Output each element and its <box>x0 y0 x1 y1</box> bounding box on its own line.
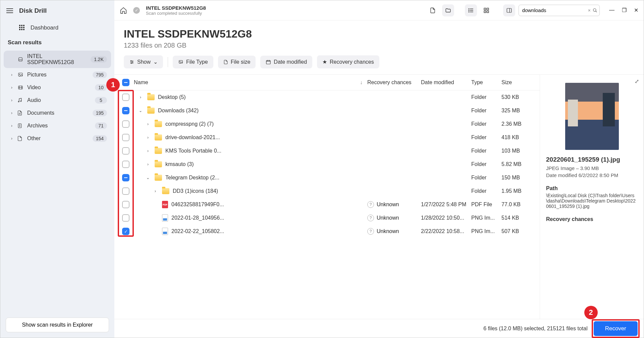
search-box[interactable]: × <box>519 5 600 16</box>
sidebar-item-label: Video <box>27 84 92 91</box>
category-icon <box>17 135 24 142</box>
page-title: INTEL SSDPEKNW512G8 <box>124 28 634 40</box>
row-checkbox[interactable] <box>122 94 129 101</box>
file-row[interactable]: › compresspng (2) (7) Folder 2.36 MB <box>114 117 540 131</box>
file-row[interactable]: 2022-01-28_104956... ?Unknown 1/28/2022 … <box>114 211 540 225</box>
svg-rect-22 <box>484 11 486 12</box>
file-icon[interactable] <box>427 4 439 16</box>
maximize-icon[interactable]: ❐ <box>622 7 627 13</box>
file-size-filter[interactable]: File size <box>218 56 256 68</box>
expand-icon[interactable]: ⌄ <box>137 108 144 113</box>
row-checkbox[interactable] <box>122 107 129 114</box>
size-cell: 325 MB <box>501 108 535 114</box>
expand-icon[interactable]: ⌄ <box>145 175 151 180</box>
sidebar-item-intel-ssdpeknw-g-[interactable]: INTEL SSDPEKNW512G8 1.2K <box>4 51 111 68</box>
search-input[interactable] <box>522 7 586 13</box>
search-icon[interactable] <box>593 8 597 13</box>
select-all-checkbox[interactable] <box>122 79 129 86</box>
size-cell: 2.36 MB <box>501 121 535 127</box>
sidebar: Disk Drill Dashboard Scan results INTEL … <box>0 0 114 338</box>
file-name: kmsauto (3) <box>165 161 253 167</box>
file-row[interactable]: › KMS Tools Portable 0... Folder 103 MB <box>114 144 540 158</box>
row-checkbox[interactable]: ✓ <box>122 228 129 235</box>
chevron-icon: › <box>11 136 14 141</box>
type-cell: Folder <box>471 134 501 140</box>
column-size[interactable]: Size <box>501 79 535 86</box>
preview-date: Date modified 6/2/2022 8:50 PM <box>546 172 638 178</box>
column-recovery[interactable]: Recovery chances <box>367 79 421 86</box>
file-name: Desktop (5) <box>158 94 245 100</box>
row-checkbox[interactable] <box>122 120 129 128</box>
menu-icon[interactable] <box>6 8 13 13</box>
count-badge: 154 <box>93 135 107 142</box>
list-view-icon[interactable] <box>465 4 477 16</box>
row-checkbox[interactable] <box>122 214 129 222</box>
chevron-down-icon: ⌄ <box>153 59 158 65</box>
sidebar-dashboard[interactable]: Dashboard <box>0 21 114 37</box>
preview-image[interactable] <box>565 83 619 150</box>
file-row[interactable]: › DD3 (1)icons (184) Folder 1.95 MB <box>114 184 540 198</box>
count-badge: 195 <box>93 110 107 116</box>
app-window: Disk Drill Dashboard Scan results INTEL … <box>0 0 644 338</box>
row-checkbox[interactable] <box>122 174 129 181</box>
expand-icon[interactable]: › <box>145 122 151 126</box>
clear-search-icon[interactable]: × <box>588 8 591 13</box>
sidebar-item-archives[interactable]: › Archives 71 <box>4 120 111 132</box>
row-checkbox[interactable] <box>122 147 129 155</box>
file-row[interactable]: › drive-download-2021... Folder 418 KB <box>114 131 540 144</box>
question-mark-icon: ? <box>367 215 374 221</box>
row-checkbox[interactable] <box>122 134 129 141</box>
sidebar-item-label: Audio <box>27 97 92 103</box>
file-row[interactable]: ⌄ Downloads (342) Folder 325 MB <box>114 104 540 117</box>
grid-view-icon[interactable] <box>480 4 492 16</box>
file-type-filter[interactable]: File Type <box>173 56 213 68</box>
expand-icon[interactable]: › <box>145 149 151 153</box>
sidebar-item-audio[interactable]: › Audio 5 <box>4 94 111 106</box>
file-row[interactable]: PDF 04623258817949F0... ?Unknown 1/27/20… <box>114 198 540 211</box>
expand-icon[interactable]: › <box>145 135 151 140</box>
file-row[interactable]: ✓ 2022-02-22_105802... ?Unknown 2/22/202… <box>114 225 540 238</box>
sidebar-item-other[interactable]: › Other 154 <box>4 132 111 145</box>
category-icon <box>17 110 24 116</box>
sidebar-item-documents[interactable]: › Documents 195 <box>4 107 111 119</box>
expand-icon[interactable]: › <box>145 162 151 167</box>
date-cell: 1/28/2022 10:50... <box>421 215 471 221</box>
folder-icon <box>147 94 155 100</box>
panel-view-icon[interactable] <box>503 4 515 16</box>
chevron-icon: › <box>11 98 14 103</box>
column-name[interactable]: Name↓ <box>132 79 367 86</box>
minimize-icon[interactable]: — <box>609 7 614 13</box>
type-cell: Folder <box>471 121 501 127</box>
file-row[interactable]: › kmsauto (3) Folder 5.82 MB <box>114 158 540 171</box>
row-checkbox[interactable] <box>122 201 129 208</box>
type-cell: Folder <box>471 175 501 181</box>
expand-icon[interactable]: › <box>152 189 159 193</box>
expand-icon[interactable]: ⤢ <box>635 78 639 84</box>
type-cell: PNG Im... <box>471 215 501 221</box>
sidebar-item-label: Other <box>27 135 90 142</box>
svg-point-35 <box>180 61 180 62</box>
file-row[interactable]: › Desktop (5) Folder 530 KB <box>114 91 540 104</box>
sidebar-item-video[interactable]: › Video 10 <box>4 81 111 94</box>
column-date[interactable]: Date modified <box>421 79 471 86</box>
folder-icon <box>147 108 155 114</box>
show-filter[interactable]: Show ⌄ <box>124 55 163 68</box>
recovery-cell: ?Unknown <box>367 201 421 208</box>
close-icon[interactable]: ✕ <box>634 7 638 13</box>
row-checkbox[interactable] <box>122 187 129 195</box>
recover-button[interactable]: Recover <box>594 321 638 336</box>
sidebar-item-pictures[interactable]: › Pictures 795 <box>4 69 111 81</box>
file-name: 2022-01-28_104956... <box>171 215 259 221</box>
column-type[interactable]: Type <box>471 79 501 86</box>
svg-rect-21 <box>487 8 488 10</box>
show-in-explorer-button[interactable]: Show scan results in Explorer <box>6 318 109 332</box>
expand-icon[interactable]: › <box>137 95 144 100</box>
folder-view-icon[interactable] <box>442 4 454 16</box>
date-modified-filter[interactable]: Date modified <box>260 56 312 68</box>
recovery-chances-filter[interactable]: ★Recovery chances <box>317 55 379 68</box>
row-checkbox[interactable] <box>122 161 129 168</box>
file-row[interactable]: ⌄ Telegram Desktop (2... Folder 150 MB <box>114 171 540 184</box>
home-icon[interactable] <box>120 7 127 14</box>
svg-point-32 <box>132 61 133 62</box>
file-name: KMS Tools Portable 0... <box>165 148 253 154</box>
